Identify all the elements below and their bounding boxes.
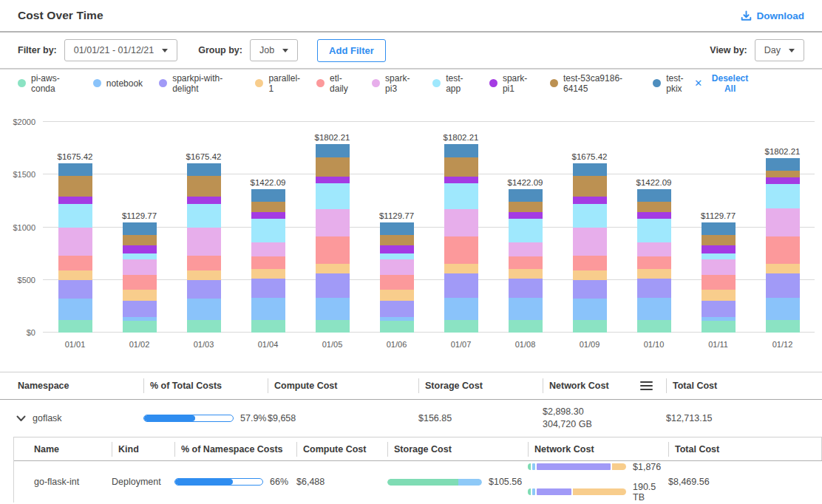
- bar-segment-spark-pi1[interactable]: [58, 197, 92, 204]
- bar-segment-parallel-1[interactable]: [444, 264, 478, 273]
- bar-segment-pi-aws-conda[interactable]: [187, 320, 221, 333]
- bar-segment-parallel-1[interactable]: [766, 264, 800, 273]
- date-range-select[interactable]: 01/01/21 - 01/12/21: [64, 39, 177, 61]
- legend-item[interactable]: test-53ca9186-64145: [550, 73, 636, 94]
- bar-segment-test-app[interactable]: [58, 204, 92, 228]
- bar-segment-pi-aws-conda[interactable]: [509, 320, 543, 333]
- bar-segment-test-app[interactable]: [509, 219, 543, 242]
- bar-segment-sparkpi-with-delight[interactable]: [509, 279, 543, 298]
- bar-segment-test-app[interactable]: [251, 219, 285, 242]
- bar-segment-parallel-1[interactable]: [251, 269, 285, 279]
- bar-segment-sparkpi-with-delight[interactable]: [702, 301, 736, 316]
- bar-segment-test-app[interactable]: [702, 253, 736, 259]
- bar-segment-spark-pi1[interactable]: [316, 177, 350, 183]
- bar-segment-test-53ca9186-64145[interactable]: [444, 157, 478, 177]
- legend-item[interactable]: spark-pi1: [489, 73, 534, 94]
- bar-segment-parallel-1[interactable]: [573, 270, 607, 280]
- bar-segment-test-pkix[interactable]: [123, 222, 157, 236]
- bar-segment-test-pkix[interactable]: [509, 189, 543, 202]
- bar-segment-etl-daily[interactable]: [58, 256, 92, 270]
- bar-segment-spark-pi1[interactable]: [444, 177, 478, 183]
- bar-segment-test-53ca9186-64145[interactable]: [509, 202, 543, 212]
- bar-segment-test-pkix[interactable]: [187, 163, 221, 176]
- bar-segment-spark-pi1[interactable]: [187, 197, 221, 204]
- deselect-all-button[interactable]: ✕ Deselect All: [694, 73, 753, 94]
- bar-segment-etl-daily[interactable]: [123, 275, 157, 289]
- bar-segment-pi-aws-conda[interactable]: [123, 321, 157, 333]
- bar-segment-parallel-1[interactable]: [509, 269, 543, 279]
- bar-segment-test-app[interactable]: [637, 219, 671, 242]
- bar-segment-test-pkix[interactable]: [766, 158, 800, 171]
- bar-segment-parallel-1[interactable]: [123, 290, 157, 302]
- bar-segment-test-53ca9186-64145[interactable]: [766, 171, 800, 177]
- bar-segment-test-53ca9186-64145[interactable]: [251, 202, 285, 212]
- bar-segment-etl-daily[interactable]: [509, 256, 543, 269]
- bar-segment-test-app[interactable]: [766, 184, 800, 208]
- bar-segment-test-53ca9186-64145[interactable]: [573, 176, 607, 197]
- bar-segment-sparkpi-with-delight[interactable]: [316, 273, 350, 298]
- workload-row[interactable]: go-flask-int Deployment 66% $6,488 $105.…: [14, 461, 822, 503]
- bar-segment-spark-pi1[interactable]: [702, 245, 736, 253]
- bar-segment-sparkpi-with-delight[interactable]: [380, 301, 414, 316]
- bar-segment-spark-pi3[interactable]: [766, 208, 800, 236]
- bar-segment-spark-pi1[interactable]: [573, 197, 607, 204]
- bar-segment-test-pkix[interactable]: [637, 189, 671, 202]
- bar-segment-etl-daily[interactable]: [573, 256, 607, 270]
- bar-segment-pi-aws-conda[interactable]: [702, 321, 736, 333]
- bar-segment-notebook[interactable]: [444, 298, 478, 319]
- bar-segment-parallel-1[interactable]: [316, 264, 350, 273]
- bar-segment-pi-aws-conda[interactable]: [316, 320, 350, 333]
- bar-segment-spark-pi1[interactable]: [251, 212, 285, 219]
- bar-segment-spark-pi3[interactable]: [123, 259, 157, 275]
- bar-segment-etl-daily[interactable]: [251, 256, 285, 269]
- bar-segment-test-53ca9186-64145[interactable]: [123, 235, 157, 245]
- bar-segment-parallel-1[interactable]: [187, 270, 221, 280]
- bar-segment-test-pkix[interactable]: [316, 144, 350, 157]
- bar-segment-test-app[interactable]: [380, 253, 414, 259]
- bar-segment-spark-pi1[interactable]: [637, 212, 671, 219]
- add-filter-button[interactable]: Add Filter: [317, 39, 386, 62]
- bar-segment-pi-aws-conda[interactable]: [58, 320, 92, 333]
- legend-item[interactable]: etl-daily: [316, 73, 356, 94]
- bar-segment-pi-aws-conda[interactable]: [573, 320, 607, 333]
- bar-segment-spark-pi3[interactable]: [444, 209, 478, 236]
- bar-segment-spark-pi1[interactable]: [509, 212, 543, 219]
- bar-segment-etl-daily[interactable]: [444, 236, 478, 264]
- bar-segment-notebook[interactable]: [58, 299, 92, 319]
- legend-item[interactable]: test-app: [432, 73, 473, 94]
- bar-segment-spark-pi3[interactable]: [58, 228, 92, 256]
- chevron-down-icon[interactable]: [16, 415, 26, 422]
- bar-segment-spark-pi3[interactable]: [316, 209, 350, 236]
- view-by-select[interactable]: Day: [755, 39, 804, 61]
- legend-item[interactable]: spark-pi3: [372, 73, 416, 94]
- legend-item[interactable]: notebook: [93, 78, 143, 89]
- bar-segment-spark-pi1[interactable]: [766, 177, 800, 184]
- bar-segment-pi-aws-conda[interactable]: [380, 321, 414, 333]
- bar-segment-spark-pi3[interactable]: [702, 259, 736, 275]
- legend-item[interactable]: pi-aws-conda: [18, 73, 77, 94]
- bar-segment-test-53ca9186-64145[interactable]: [702, 235, 736, 245]
- bar-segment-parallel-1[interactable]: [58, 270, 92, 280]
- bar-segment-sparkpi-with-delight[interactable]: [251, 279, 285, 298]
- download-button[interactable]: Download: [741, 10, 805, 21]
- bar-segment-notebook[interactable]: [766, 298, 800, 319]
- bar-segment-test-pkix[interactable]: [702, 222, 736, 236]
- bar-segment-sparkpi-with-delight[interactable]: [637, 279, 671, 298]
- bar-segment-test-app[interactable]: [187, 204, 221, 228]
- bar-segment-pi-aws-conda[interactable]: [766, 320, 800, 333]
- bar-segment-sparkpi-with-delight[interactable]: [123, 301, 157, 316]
- bar-segment-notebook[interactable]: [509, 298, 543, 319]
- bar-segment-test-app[interactable]: [444, 183, 478, 208]
- bar-segment-notebook[interactable]: [316, 298, 350, 319]
- bar-segment-parallel-1[interactable]: [380, 290, 414, 302]
- group-by-select[interactable]: Job: [250, 39, 298, 61]
- bar-segment-spark-pi3[interactable]: [509, 242, 543, 256]
- bar-segment-test-app[interactable]: [316, 183, 350, 208]
- bar-segment-etl-daily[interactable]: [766, 236, 800, 264]
- bar-segment-etl-daily[interactable]: [187, 256, 221, 270]
- bar-segment-spark-pi1[interactable]: [123, 245, 157, 253]
- namespace-name-cell[interactable]: goflask: [0, 413, 137, 423]
- legend-item[interactable]: sparkpi-with-delight: [159, 73, 239, 94]
- bar-segment-test-app[interactable]: [573, 204, 607, 228]
- column-menu-icon[interactable]: [640, 381, 653, 390]
